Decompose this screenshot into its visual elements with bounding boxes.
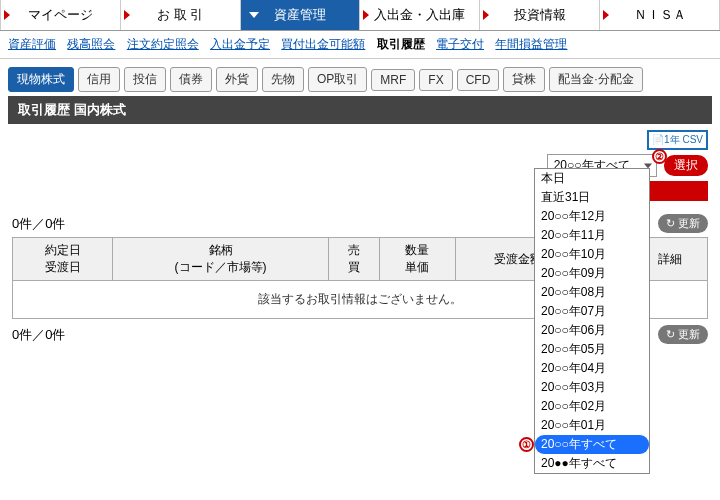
dropdown-item[interactable]: 20●●年すべて (535, 454, 649, 473)
dropdown-item[interactable]: 直近31日 (535, 188, 649, 207)
cattab-dividend[interactable]: 配当金·分配金 (549, 67, 642, 92)
th-qtyprice: 数量単価 (379, 238, 455, 281)
subnav-asset-eval[interactable]: 資産評価 (8, 37, 56, 51)
subnav-buy-power[interactable]: 買付出金可能額 (281, 37, 365, 51)
section-title-bar: 取引履歴 国内株式 (8, 96, 712, 124)
dropdown-item-selected[interactable]: 20○○年すべて (535, 435, 649, 454)
main-nav-mypage[interactable]: マイページ (0, 0, 121, 30)
cattab-futures[interactable]: 先物 (262, 67, 304, 92)
nav-marker-icon (603, 10, 609, 20)
annotation-badge-2: ② (652, 149, 667, 164)
subnav-balance[interactable]: 残高照会 (67, 37, 115, 51)
dropdown-item[interactable]: 20○○年01月 (535, 416, 649, 435)
dropdown-item[interactable]: 20○○年03月 (535, 378, 649, 397)
dropdown-item[interactable]: 本日 (535, 169, 649, 188)
dropdown-item[interactable]: 20○○年09月 (535, 264, 649, 283)
dropdown-item[interactable]: 20○○年04月 (535, 359, 649, 378)
main-nav-asset[interactable]: 資産管理 (241, 0, 361, 30)
nav-marker-icon (124, 10, 130, 20)
sub-nav: 資産評価 残高照会 注文約定照会 入出金予定 買付出金可能額 取引履歴 電子交付… (0, 31, 720, 59)
main-nav-deposit[interactable]: 入出金・入出庫 (360, 0, 480, 30)
cattab-fx-cash[interactable]: 外貨 (216, 67, 258, 92)
category-tabs: 現物株式 信用 投信 債券 外貨 先物 OP取引 MRF FX CFD 貸株 配… (0, 59, 720, 92)
refresh-button-top[interactable]: 更新 (658, 214, 708, 233)
th-date: 約定日受渡日 (13, 238, 113, 281)
csv-export-button[interactable]: 📄1年 CSV (647, 130, 708, 150)
cattab-fund[interactable]: 投信 (124, 67, 166, 92)
th-buysell: 売買 (328, 238, 379, 281)
dropdown-item[interactable]: 20○○年11月 (535, 226, 649, 245)
dropdown-item[interactable]: 20○○年02月 (535, 397, 649, 416)
cattab-fx[interactable]: FX (419, 69, 452, 91)
cattab-options[interactable]: OP取引 (308, 67, 367, 92)
period-dropdown: 本日 直近31日 20○○年12月 20○○年11月 20○○年10月 20○○… (534, 168, 650, 474)
nav-marker-icon (363, 10, 369, 20)
subnav-order-inquiry[interactable]: 注文約定照会 (127, 37, 199, 51)
dropdown-item[interactable]: 20○○年07月 (535, 302, 649, 321)
csv-row: 📄1年 CSV (0, 124, 720, 152)
main-nav: マイページ お 取 引 資産管理 入出金・入出庫 投資情報 ＮＩＳＡ (0, 0, 720, 31)
section-title: 取引履歴 国内株式 (18, 102, 126, 117)
main-nav-trade[interactable]: お 取 引 (121, 0, 241, 30)
cattab-mrf[interactable]: MRF (371, 69, 415, 91)
dropdown-item[interactable]: 20○○年06月 (535, 321, 649, 340)
main-nav-info[interactable]: 投資情報 (480, 0, 600, 30)
subnav-edelivery[interactable]: 電子交付 (436, 37, 484, 51)
select-button[interactable]: 選択 (664, 155, 708, 176)
dropdown-item[interactable]: 20○○年10月 (535, 245, 649, 264)
nav-marker-icon (4, 10, 10, 20)
dropdown-item[interactable]: 20○○年12月 (535, 207, 649, 226)
cattab-lending[interactable]: 貸株 (503, 67, 545, 92)
main-nav-nisa[interactable]: ＮＩＳＡ (600, 0, 720, 30)
result-count-top: 0件／0件 (12, 215, 65, 233)
dropdown-item[interactable]: 20○○年05月 (535, 340, 649, 359)
cattab-cfd[interactable]: CFD (457, 69, 500, 91)
dropdown-item[interactable]: 20○○年08月 (535, 283, 649, 302)
annotation-badge-1: ① (519, 437, 534, 452)
subnav-deposit-schedule[interactable]: 入出金予定 (210, 37, 270, 51)
nav-marker-down-icon (249, 12, 259, 18)
cattab-spot[interactable]: 現物株式 (8, 67, 74, 92)
cattab-margin[interactable]: 信用 (78, 67, 120, 92)
th-stock: 銘柄(コード／市場等) (113, 238, 328, 281)
result-count-bottom: 0件／0件 (12, 326, 65, 344)
cattab-bond[interactable]: 債券 (170, 67, 212, 92)
refresh-button-bottom[interactable]: 更新 (658, 325, 708, 344)
subnav-trade-history[interactable]: 取引履歴 (377, 37, 425, 51)
subnav-annual-pl[interactable]: 年間損益管理 (495, 37, 567, 51)
nav-marker-icon (483, 10, 489, 20)
